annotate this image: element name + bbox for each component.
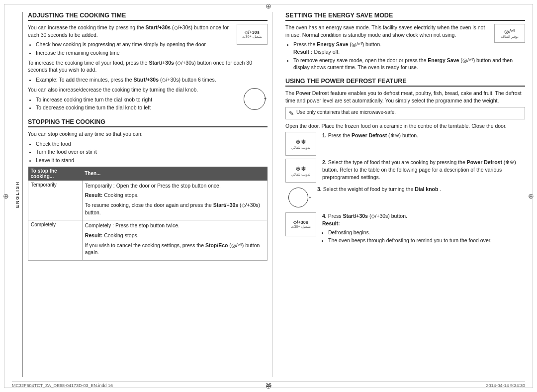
sidebar-label: ENGLISH	[15, 181, 20, 208]
power-defrost-button-step1: ❄❄ تذويب تلقائي	[285, 132, 316, 156]
power-defrost-step3: + 3. Select the weight of food by turnin…	[285, 186, 525, 209]
dial-illustration-adjusting: +	[242, 86, 268, 112]
adjusting-para1-icon: (◇/+30s)	[172, 24, 192, 30]
section-stopping-title: STOPPING THE COOKING	[28, 118, 268, 127]
power-defrost-button-step2: ❄❄ تذويب تلقائي	[285, 159, 316, 183]
stop-table-row1: Temporarily Temporarily : Open the door …	[28, 181, 268, 220]
note-icon: ✎	[289, 110, 294, 117]
main-layout: ENGLISH ADJUSTING THE COOKING TIME ◇/+30…	[12, 12, 525, 377]
snowflake-icon-step2: ❄❄	[295, 165, 306, 173]
step3-content: 3. Select the weight of food by turning …	[317, 186, 525, 193]
adjusting-bullet1: Check how cooking is progressing at any …	[36, 41, 268, 48]
energy-save-button-illustration: ◎/ᵖ⁸ توفير الطاقة	[494, 24, 525, 43]
power-defrost-step1: ❄❄ تذويب تلقائي 1. Press the Power Defro…	[285, 132, 525, 156]
energy-save-step1: Press the Energy Save (◎/ᵖ⁸) button. Res…	[293, 41, 525, 55]
start-30s-button-step4: ◇/+30s تشغيل: +30ث	[285, 212, 316, 236]
content: ADJUSTING THE COOKING TIME ◇/+30s تشغيل:…	[28, 12, 525, 377]
stop-row1-resume: To resume cooking, close the door again …	[85, 201, 265, 216]
stop-row2-result: Result: Cooking stops.	[85, 232, 265, 239]
stopping-bullet1: Check the food	[36, 140, 268, 148]
adjusting-para1-text1: You can increase the cooking time by pre…	[28, 24, 144, 30]
energy-save-steps: Press the Energy Save (◎/ᵖ⁸) button. Res…	[293, 41, 525, 71]
snowflake-icon-step1: ❄❄	[295, 138, 306, 146]
stop-table-row2-col1: Completely	[28, 220, 83, 261]
adjusting-para2-text: To increase the cooking time of your foo…	[28, 60, 147, 66]
dial-plus-defrost: +	[309, 195, 311, 200]
power-defrost-para2: Open the door. Place the frozen food on …	[285, 122, 525, 130]
note-text: Use only containers that are microwave-s…	[296, 109, 396, 115]
footer-left: MC32F604TCT_ZA_DE68-04173D-03_EN.indd 16	[12, 383, 113, 388]
step4-content: 4. Press Start/+30s (◇/+30s) button. Res…	[322, 212, 525, 247]
stop-table-row2: Completely Completely : Press the stop b…	[28, 220, 268, 261]
adjusting-example: Example: To add three minutes, press the…	[36, 76, 268, 84]
stop-table-row1-col1: Temporarily	[28, 181, 83, 220]
power-defrost-para1: The Power Defrost feature enables you to…	[285, 90, 525, 104]
step1-content: 1. Press the Power Defrost (❄❄) button.	[322, 132, 525, 139]
stopping-bullets: Check the food Turn the food over or sti…	[36, 140, 268, 164]
power-defrost-step2: ❄❄ تذويب تلقائي 2. Select the type of fo…	[285, 159, 525, 183]
stop-table-header1: To stop the cooking...	[28, 167, 83, 181]
start-30s-arabic-text: تشغيل: +30ث	[242, 35, 263, 39]
stop-table-row1-col2: Temporarily : Open the door or Press the…	[82, 181, 267, 220]
adjusting-dial-bullet1: To increase cooking time turn the dial k…	[36, 96, 268, 103]
adjusting-para1: You can increase the cooking time by pre…	[28, 24, 268, 38]
section-energy-save-title: SETTING THE ENERGY SAVE MODE	[285, 12, 525, 21]
stop-row1-result: Result: Cooking stops.	[85, 192, 265, 199]
energy-save-arabic: توفير الطاقة	[501, 35, 519, 39]
sidebar: ENGLISH	[12, 12, 23, 377]
step2-content: 2. Select the type of food that you are …	[322, 159, 525, 181]
adjusting-para2-bold: Start/+30s	[149, 60, 174, 66]
defrost-arabic-step2: تذويب تلقائي	[291, 173, 310, 177]
defrost-arabic-step1: تذويب تلقائي	[291, 146, 310, 150]
section-adjusting-title: ADJUSTING THE COOKING TIME	[28, 12, 268, 21]
energy-save-para1: The oven has an energy save mode. This f…	[285, 24, 525, 38]
adjusting-para3: You can also increase/decrease the cooki…	[28, 86, 268, 94]
dial-circle	[244, 88, 266, 110]
stop-row2-cancel: If you wish to cancel the cooking settin…	[85, 242, 265, 256]
start-30s-button-illustration: ◇/+30s تشغيل: +30ث	[237, 24, 268, 45]
right-column: SETTING THE ENERGY SAVE MODE ◎/ᵖ⁸ توفير …	[283, 12, 525, 377]
left-column: ADJUSTING THE COOKING TIME ◇/+30s تشغيل:…	[28, 12, 273, 377]
energy-save-step2: To remove energy save mode, open the doo…	[293, 57, 525, 71]
step4-result-bullet1: Defrosting begins.	[328, 229, 525, 236]
adjusting-para2-icon: (◇/+30s)	[176, 60, 196, 66]
step4-result-bullet2: The oven beeps through defrosting to rem…	[328, 237, 525, 244]
stop-table-header2: Then...	[82, 167, 267, 181]
start-30s-icon-text: ◇/+30s	[245, 30, 260, 35]
adjusting-start30s-bold: Start/+30s	[146, 24, 171, 30]
note-box: ✎ Use only containers that are microwave…	[285, 107, 525, 119]
step4-results-list: Defrosting begins. The oven beeps throug…	[328, 229, 525, 244]
energy-save-icon-text: ◎/ᵖ⁸	[504, 28, 515, 35]
section-power-defrost-title: USING THE POWER DEFROST FEATURE	[285, 78, 525, 87]
adjusting-bullets-1: Check how cooking is progressing at any …	[36, 41, 268, 56]
adjusting-dial-bullet2: To decrease cooking time turn the dial k…	[36, 104, 268, 111]
page-footer: MC32F604TCT_ZA_DE68-04173D-03_EN.indd 16…	[12, 381, 525, 388]
footer-right: 2014-04-14 9:34:30	[486, 383, 525, 388]
adjusting-example-list: Example: To add three minutes, press the…	[36, 76, 268, 84]
power-defrost-step4: ◇/+30s تشغيل: +30ث 4. Press Start/+30s (…	[285, 212, 525, 247]
adjusting-dial-bullets: To increase cooking time turn the dial k…	[36, 96, 268, 111]
stopping-bullet3: Leave it to stand	[36, 157, 268, 164]
stop-row1-text: Temporarily : Open the door or Press the…	[85, 182, 265, 190]
dial-circle-defrost	[288, 188, 308, 207]
adjusting-para2: To increase the cooking time of your foo…	[28, 59, 268, 74]
stopping-bullet2: Turn the food over or stir it	[36, 148, 268, 156]
stop-table-row2-col2: Completely : Press the stop button twice…	[82, 220, 267, 261]
stop-row2-text: Completely : Press the stop button twice…	[85, 222, 265, 229]
dial-plus-sign: +	[264, 97, 267, 101]
dial-illustration-defrost: +	[285, 186, 311, 209]
adjusting-bullet2: Increase the remaining cooking time	[36, 49, 268, 57]
stopping-para1: You can stop cooking at any time so that…	[28, 130, 268, 138]
stop-table: To stop the cooking... Then... Temporari…	[28, 167, 268, 261]
